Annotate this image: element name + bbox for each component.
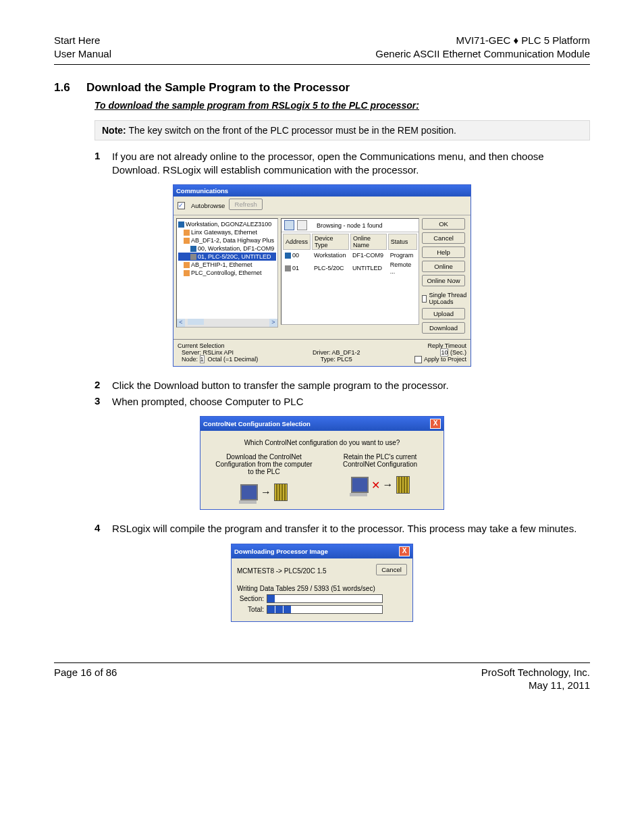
plc-rack-icon [396,476,410,494]
workstation-icon [178,221,184,228]
note-box: Note: The key switch on the front of the… [95,120,590,140]
node-label: Node: [182,356,198,363]
cancel-button[interactable]: Cancel [422,232,465,244]
tree-hscroll[interactable]: < > [177,319,277,327]
cell-status-1: Program [388,251,417,259]
computer-icon [240,484,258,500]
note-text: The key switch on the front of the PLC p… [126,125,456,136]
online-now-button[interactable]: Online Now [422,275,465,286]
downloading-title: Downloading Processor Image [234,548,328,555]
cell-type-1: Workstation [312,251,349,259]
cell-name-2: UNTITLED [350,261,387,276]
downloading-dialog: Downloading Processor Image X MCMTEST8 -… [231,544,413,622]
upload-button[interactable]: Upload [422,308,465,319]
col-onlinename[interactable]: Online Name [350,234,387,250]
online-button[interactable]: Online [422,261,465,272]
tree-df1[interactable]: AB_DF1-2, Data Highway Plus [178,236,276,244]
transfer-text: MCMTEST8 -> PLC5/20C 1.5 [237,567,327,575]
scroll-left-icon[interactable]: < [177,319,185,327]
close-icon[interactable]: X [399,546,410,556]
tree-workstation-label: Workstation, DGONZALEZ3100 [186,221,271,228]
section-heading: 1.6Download the Sample Program to the Pr… [54,81,590,95]
step-1-text: If you are not already online to the pro… [112,150,590,176]
octal-label: Octal (=1 Decimal) [208,356,259,363]
footer-date: May 11, 2011 [481,679,590,692]
tree-linx-label: Linx Gateways, Ethernet [191,229,257,236]
footer-company: ProSoft Technology, Inc. [481,666,590,679]
computer-icon [351,477,369,493]
controlnet-question: Which ControlNet configuration do you wa… [206,439,438,446]
view-list-icon[interactable] [284,220,294,230]
section-number: 1.6 [54,81,86,95]
step-3-text: When prompted, choose Computer to PLC [112,395,590,409]
cell-type-2: PLC-5/20C [312,261,349,276]
tree-ws-df1-label: 00, Workstation, DF1-COM9 [198,245,274,252]
single-thread-checkbox[interactable] [422,295,427,303]
sec-label: (Sec.) [450,349,466,356]
plc-icon [285,265,291,271]
arrow-right-icon: → [383,479,394,491]
col-address[interactable]: Address [283,234,311,250]
tree-workstation[interactable]: Workstation, DGONZALEZ3100 [178,220,276,228]
scroll-thumb[interactable] [188,319,204,325]
download-cnet-label: Download the ControlNet Configuration fr… [213,453,315,475]
computer-to-plc-button[interactable]: → [213,481,315,504]
close-icon[interactable]: X [430,419,441,429]
col-status[interactable]: Status [388,234,417,250]
section-title-text: Download the Sample Program to the Proce… [86,81,350,94]
network-icon [184,270,190,276]
note-label: Note: [102,125,126,136]
type-label: Type: PLC5 [313,356,360,363]
step-2-text: Click the Download button to transfer th… [112,379,590,392]
arrow-right-icon: → [261,486,271,498]
network-icon [184,262,190,268]
device-list: Browsing - node 1 found Address Device T… [281,218,419,325]
tree-ethip-label: AB_ETHIP-1, Ethernet [191,261,252,268]
tree-linx[interactable]: Linx Gateways, Ethernet [178,228,276,236]
server-label: Server: RSLinx API [178,349,258,356]
plc-rack-icon [274,484,288,501]
step-4-number: 4 [95,522,112,536]
refresh-button[interactable]: Refresh [229,199,263,210]
current-selection-label: Current Selection [178,342,258,349]
table-row[interactable]: 01 PLC-5/20C UNTITLED Remote ... [283,261,417,276]
scroll-right-icon[interactable]: > [269,319,277,327]
downloading-titlebar: Downloading Processor Image X [232,544,412,558]
view-details-icon[interactable] [297,220,307,230]
controlnet-title: ControlNet Configuration Selection [203,420,311,427]
help-button[interactable]: Help [422,246,465,258]
retain-cnet-label: Retain the PLC's current ControlNet Conf… [329,453,431,468]
retain-plc-button[interactable]: ✕ → [329,473,431,496]
tree-clogix-label: PLC_Controllogi, Ethernet [191,269,262,276]
header-divider [54,64,590,65]
step-1-number: 1 [95,150,112,176]
download-button[interactable]: Download [422,322,465,334]
single-thread-label: Single Thread UpLoads [429,292,468,305]
communications-dialog: Communications Autobrowse Refresh Workst… [173,184,471,367]
cancel-button[interactable]: Cancel [376,564,407,575]
controlnet-dialog: ControlNet Configuration Selection X Whi… [200,416,444,510]
network-icon [184,238,190,244]
header-module: Generic ASCII Ethernet Communication Mod… [375,47,590,61]
tree-ws-df1[interactable]: 00, Workstation, DF1-COM9 [178,244,276,253]
node-input[interactable]: 1 [200,355,205,363]
header-doc-type: User Manual [54,47,111,61]
tree-plc-selected[interactable]: 01, PLC-5/20C, UNTITLED [178,253,276,261]
cell-addr-1: 00 [292,252,299,259]
autobrowse-label: Autobrowse [191,202,225,209]
section-label: Section: [237,595,264,602]
tree-ethip[interactable]: AB_ETHIP-1, Ethernet [178,261,276,269]
apply-checkbox[interactable] [414,356,422,363]
autobrowse-checkbox[interactable] [178,202,185,209]
device-table: Address Device Type Online Name Status 0… [281,232,419,277]
table-row[interactable]: 00 Workstation DF1-COM9 Program [283,251,417,259]
ok-button[interactable]: OK [422,218,465,230]
communications-title: Communications [176,187,228,194]
device-tree[interactable]: Workstation, DGONZALEZ3100 Linx Gateways… [176,218,278,328]
footer-divider [54,662,590,663]
page-number: Page 16 of 86 [54,666,117,692]
cell-name-1: DF1-COM9 [350,251,387,259]
tree-clogix[interactable]: PLC_Controllogi, Ethernet [178,269,276,277]
plc-icon [190,254,196,260]
col-devicetype[interactable]: Device Type [312,234,349,250]
